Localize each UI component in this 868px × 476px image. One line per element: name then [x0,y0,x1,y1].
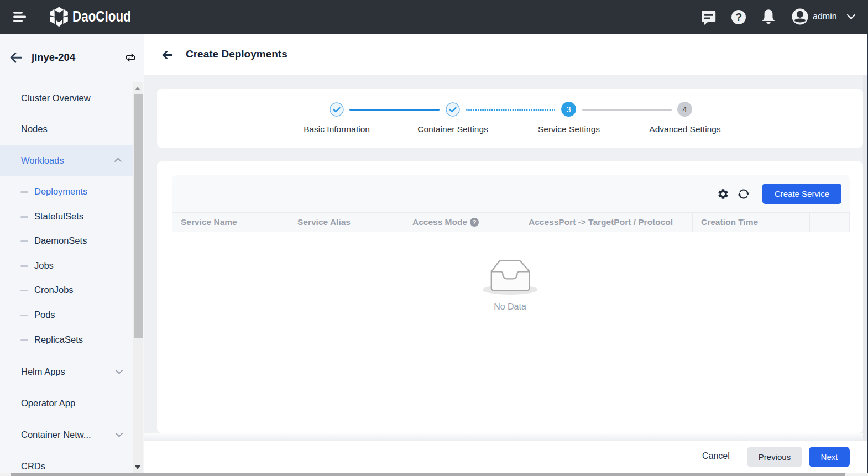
svg-text:?: ? [735,11,742,23]
svg-text:?: ? [473,219,477,226]
